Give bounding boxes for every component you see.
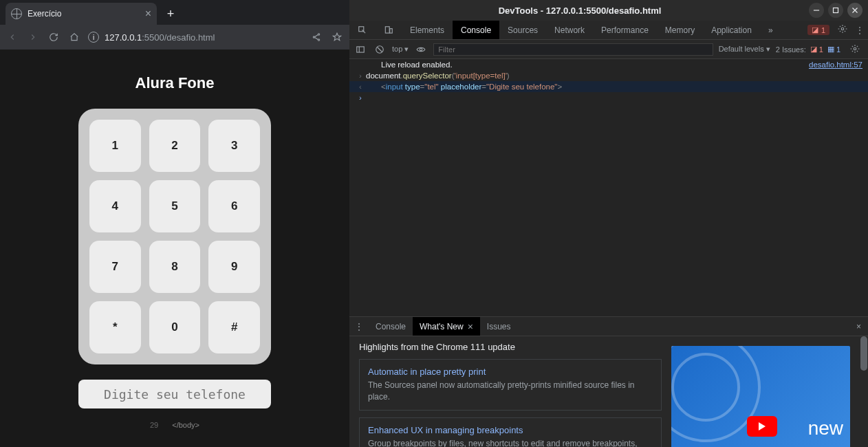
key-star[interactable]: * xyxy=(89,301,141,353)
key-5[interactable]: 5 xyxy=(149,180,201,232)
browser-tab[interactable]: Exercício × xyxy=(6,3,157,25)
tab-title: Exercício xyxy=(28,9,61,19)
levels-selector[interactable]: Default levels ▾ xyxy=(719,45,770,54)
phone-input[interactable] xyxy=(78,380,271,408)
key-4[interactable]: 4 xyxy=(89,180,141,232)
filter-input[interactable] xyxy=(433,43,713,56)
console-toolbar: top ▾ Default levels ▾ 2 Issues: ◪ 1 ▦ 1 xyxy=(349,40,868,59)
page-title: Alura Fone xyxy=(135,74,215,92)
sidebar-toggle-icon[interactable] xyxy=(354,43,367,56)
clear-console-icon[interactable] xyxy=(373,43,387,56)
url-path: :5500/desafio.html xyxy=(142,32,215,43)
result-row[interactable]: ‹ <input type="tel" placeholder="Digite … xyxy=(349,81,868,92)
tab-network[interactable]: Network xyxy=(546,21,593,39)
bookmark-icon[interactable] xyxy=(330,30,344,44)
close-tab-icon[interactable]: × xyxy=(145,8,151,20)
key-6[interactable]: 6 xyxy=(208,180,260,232)
browser-toolbar: i 127.0.0.1:5500/desafio.html xyxy=(0,25,349,50)
card-title: Enhanced UX in managing breakpoints xyxy=(368,425,653,435)
url-host: 127.0.0.1 xyxy=(105,32,142,43)
play-icon[interactable] xyxy=(747,416,777,437)
key-3[interactable]: 3 xyxy=(208,120,260,172)
drawer-close-icon[interactable]: × xyxy=(849,317,868,336)
highlight-card[interactable]: Automatic in place pretty print The Sour… xyxy=(359,359,662,411)
drawer-tabs: ⋮ Console What's New× Issues × xyxy=(349,317,868,336)
new-tab-button[interactable]: + xyxy=(161,4,180,23)
card-title: Automatic in place pretty print xyxy=(368,367,653,377)
issues-counter[interactable]: 2 Issues: ◪ 1 ▦ 1 xyxy=(776,45,840,54)
drawer-tab-issues[interactable]: Issues xyxy=(480,317,518,336)
svg-rect-3 xyxy=(834,8,838,13)
settings-icon[interactable] xyxy=(838,24,847,36)
address-bar[interactable]: i 127.0.0.1:5500/desafio.html xyxy=(88,32,303,43)
svg-point-10 xyxy=(420,48,423,51)
devtools-window: DevTools - 127.0.0.1:5500/desafio.html E… xyxy=(349,0,868,447)
source-peek: 29 </body> xyxy=(150,421,199,429)
device-icon[interactable] xyxy=(376,21,402,39)
line-text: </body> xyxy=(172,421,199,429)
globe-icon xyxy=(11,8,22,19)
inspect-icon[interactable] xyxy=(349,21,376,39)
page-content: Alura Fone 1 2 3 4 5 6 7 8 9 * 0 # 29 </… xyxy=(0,50,349,447)
drawer-tab-console[interactable]: Console xyxy=(369,317,413,336)
devtools-tabs: Elements Console Sources Network Perform… xyxy=(349,21,868,40)
tab-application[interactable]: Application xyxy=(703,21,760,39)
console-output[interactable]: Live reload enabled. desafio.html:57 › d… xyxy=(349,59,868,316)
devtools-titlebar: DevTools - 127.0.0.1:5500/desafio.html xyxy=(349,0,868,21)
minimize-button[interactable] xyxy=(809,3,824,18)
drawer-body: Highlights from the Chrome 111 update Au… xyxy=(349,336,868,447)
result-html: <input type="tel" placeholder="Digite se… xyxy=(366,83,562,91)
key-2[interactable]: 2 xyxy=(149,120,201,172)
video-thumbnail[interactable]: new xyxy=(671,346,850,447)
svg-point-11 xyxy=(854,47,856,50)
key-hash[interactable]: # xyxy=(208,301,260,353)
tab-console[interactable]: Console xyxy=(453,21,499,39)
reload-button[interactable] xyxy=(47,30,61,44)
console-settings-icon[interactable] xyxy=(850,44,860,55)
live-expression-icon[interactable] xyxy=(414,43,428,56)
site-info-icon[interactable]: i xyxy=(88,32,99,43)
error-badge[interactable]: ◪ 1 xyxy=(807,25,829,35)
tab-sources[interactable]: Sources xyxy=(499,21,546,39)
input-row: › document.querySelector('input[type=tel… xyxy=(349,70,868,81)
key-7[interactable]: 7 xyxy=(89,241,141,293)
svg-rect-5 xyxy=(385,26,389,32)
log-source-link[interactable]: desafio.html:57 xyxy=(802,61,862,69)
close-window-button[interactable] xyxy=(847,3,862,18)
scrollbar[interactable] xyxy=(860,336,868,447)
close-tab-icon[interactable]: × xyxy=(468,321,473,332)
card-body: The Sources panel now automatically pret… xyxy=(368,380,653,403)
issue-info-icon: ▦ 1 xyxy=(827,45,840,54)
window-title: DevTools - 127.0.0.1:5500/desafio.html xyxy=(355,6,805,16)
home-button[interactable] xyxy=(67,30,81,44)
drawer-tab-whatsnew[interactable]: What's New× xyxy=(413,317,480,336)
thumb-label: new xyxy=(808,417,843,439)
menu-icon[interactable]: ⋮ xyxy=(856,25,864,35)
maximize-button[interactable] xyxy=(828,3,843,18)
svg-point-0 xyxy=(318,34,319,35)
devtools-drawer: ⋮ Console What's New× Issues × Highlight… xyxy=(349,316,868,447)
key-1[interactable]: 1 xyxy=(89,120,141,172)
svg-point-2 xyxy=(318,39,319,41)
whats-new-content[interactable]: Highlights from the Chrome 111 update Au… xyxy=(349,336,671,447)
more-tabs-icon[interactable]: » xyxy=(760,21,781,39)
share-icon[interactable] xyxy=(310,30,323,44)
tab-performance[interactable]: Performance xyxy=(593,21,657,39)
tab-memory[interactable]: Memory xyxy=(657,21,703,39)
forward-button xyxy=(26,30,40,44)
prompt-row[interactable]: › xyxy=(349,92,868,103)
back-button xyxy=(6,30,19,44)
key-9[interactable]: 9 xyxy=(208,241,260,293)
key-8[interactable]: 8 xyxy=(149,241,201,293)
context-selector[interactable]: top ▾ xyxy=(392,45,409,54)
log-message: Live reload enabled. xyxy=(366,61,453,69)
svg-point-7 xyxy=(841,28,844,30)
tab-strip: Exercício × + xyxy=(0,0,349,25)
svg-point-1 xyxy=(313,36,314,38)
keypad: 1 2 3 4 5 6 7 8 9 * 0 # xyxy=(78,109,271,364)
drawer-menu-icon[interactable]: ⋮ xyxy=(349,317,369,336)
line-number: 29 xyxy=(150,421,158,429)
highlight-card[interactable]: Enhanced UX in managing breakpoints Grou… xyxy=(359,417,662,447)
tab-elements[interactable]: Elements xyxy=(402,21,453,39)
key-0[interactable]: 0 xyxy=(149,301,201,353)
